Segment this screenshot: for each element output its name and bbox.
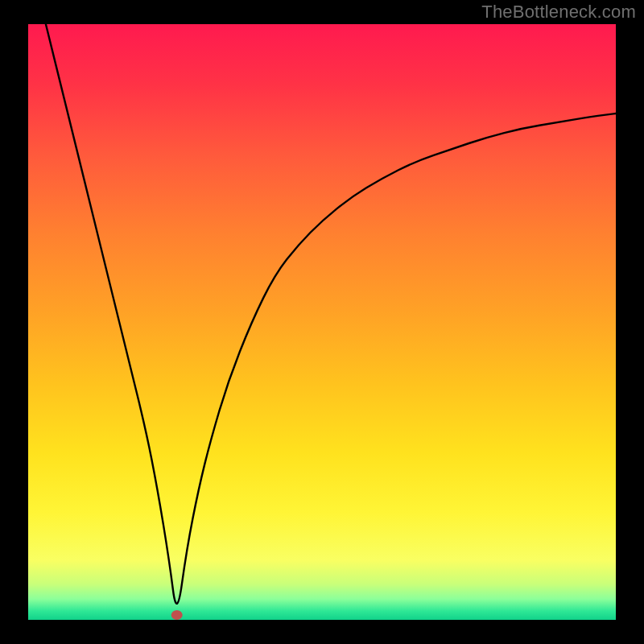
watermark-label: TheBottleneck.com bbox=[481, 2, 636, 23]
bottleneck-chart bbox=[0, 0, 644, 644]
optimal-point-marker bbox=[171, 610, 183, 620]
plot-background bbox=[28, 24, 616, 620]
chart-container: TheBottleneck.com bbox=[0, 0, 644, 644]
